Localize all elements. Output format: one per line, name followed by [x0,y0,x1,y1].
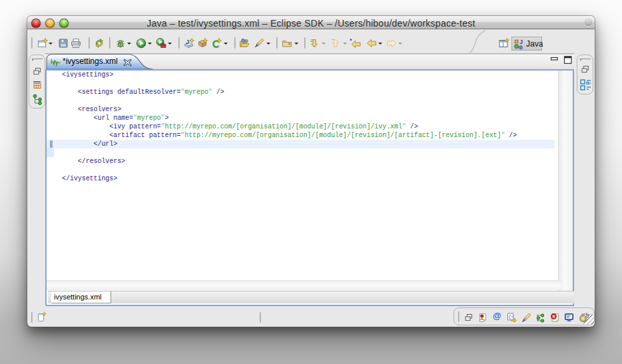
svg-text:J: J [186,39,189,45]
svg-text:*: * [350,38,352,44]
svg-text:{<: {< [509,315,514,319]
svg-text:J: J [519,39,523,45]
